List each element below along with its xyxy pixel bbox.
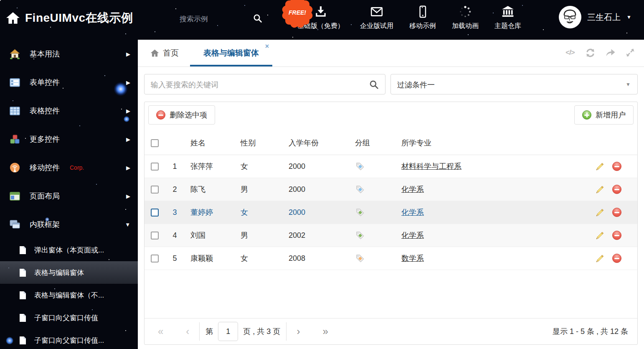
tag-icon <box>355 253 365 263</box>
first-page-button[interactable]: « <box>154 326 167 337</box>
prev-page-button[interactable]: ‹ <box>182 326 193 337</box>
cell-year: 2000 <box>284 185 349 194</box>
nav-theme-repo[interactable]: 主题仓库 <box>494 5 521 31</box>
row-checkbox[interactable] <box>151 209 159 217</box>
edit-button[interactable] <box>587 208 612 217</box>
col-header-major[interactable]: 所学专业 <box>397 138 587 148</box>
select-all-checkbox[interactable] <box>151 139 159 147</box>
minus-icon <box>612 231 621 240</box>
nav-mobile-demo[interactable]: 移动示例 <box>409 5 436 31</box>
delete-button[interactable] <box>612 208 636 217</box>
sidebar-item-iframe[interactable]: 内联框架 ▼ <box>0 210 138 239</box>
table-icon <box>9 105 20 117</box>
refresh-icon[interactable] <box>585 47 596 58</box>
sidebar-subitem-grid-edit-window[interactable]: 表格与编辑窗体 <box>0 261 138 284</box>
delete-button[interactable] <box>612 254 636 263</box>
cell-gender: 女 <box>236 161 284 171</box>
free-badge: FREE! <box>285 0 309 25</box>
major-link[interactable]: 材料科学与工程系 <box>401 161 461 171</box>
table-row[interactable]: 2 陈飞 男 2000 化学系 <box>145 178 637 201</box>
page-label-prefix: 第 <box>205 326 213 336</box>
tab-grid-edit-window[interactable]: 表格与编辑窗体 × <box>190 40 272 66</box>
sidebar-subitem-child-to-parent[interactable]: 子窗口向父窗口传值 <box>0 306 138 329</box>
grid-panel: 删除选中项 新增用户 姓名 性别 入学年份 分组 所学专业 1 张萍萍 <box>144 102 638 345</box>
header-search[interactable]: 搜索示例 <box>180 14 263 24</box>
keyword-search-input[interactable]: 输入要搜索的关键词 <box>144 74 385 94</box>
nav-enterprise-trial[interactable]: 企业版试用 <box>360 5 393 31</box>
pencil-icon <box>595 231 605 240</box>
search-icon[interactable] <box>253 13 263 23</box>
table-row[interactable]: 1 张萍萍 女 2000 材料科学与工程系 <box>145 155 637 178</box>
chevron-down-icon: ▼ <box>125 222 130 228</box>
tab-home[interactable]: 首页 <box>150 40 179 66</box>
major-link[interactable]: 化学系 <box>401 230 424 240</box>
file-icon <box>19 246 27 255</box>
cell-year: 2000 <box>284 162 349 171</box>
next-page-button[interactable]: › <box>292 326 304 337</box>
col-header-group[interactable]: 分组 <box>349 138 397 148</box>
col-header-name[interactable]: 姓名 <box>186 138 236 148</box>
sidebar-item-basic-usage[interactable]: 基本用法 ▶ <box>0 40 138 68</box>
home-icon <box>6 11 20 25</box>
delete-button[interactable] <box>612 162 636 171</box>
table-row-selected[interactable]: 3 董婷婷 女 2000 化学系 <box>145 201 637 224</box>
row-checkbox[interactable] <box>151 255 159 262</box>
header-search-placeholder: 搜索示例 <box>180 14 208 24</box>
filter-dropdown[interactable]: 过滤条件一 ▼ <box>390 74 638 94</box>
chevron-right-icon: ▶ <box>126 108 130 114</box>
edit-button[interactable] <box>587 254 612 263</box>
sidebar-subitem-child-to-parent-2[interactable]: 子窗口向父窗口传值... <box>0 329 138 349</box>
row-checkbox[interactable] <box>151 163 159 171</box>
row-number: 1 <box>163 162 186 171</box>
last-page-button[interactable]: » <box>318 326 332 337</box>
row-checkbox[interactable] <box>151 186 159 194</box>
nav-loading-animation[interactable]: 加载动画 <box>452 5 479 31</box>
major-link[interactable]: 化学系 <box>401 184 424 194</box>
sidebar-item-form-controls[interactable]: 表单控件 ▶ <box>0 68 138 97</box>
col-header-year[interactable]: 入学年份 <box>284 138 349 148</box>
major-link[interactable]: 化学系 <box>401 207 424 217</box>
sidebar-item-mobile-controls[interactable]: 移动控件 Corp. ▶ <box>0 153 138 182</box>
add-user-button[interactable]: 新增用户 <box>574 105 634 125</box>
delete-button[interactable] <box>612 231 636 240</box>
filter-selected-value: 过滤条件一 <box>397 80 435 90</box>
table-header-row: 姓名 性别 入学年份 分组 所学专业 <box>145 131 637 155</box>
spinner-icon <box>459 5 472 18</box>
page-number-input[interactable] <box>218 322 238 341</box>
minus-icon <box>156 110 165 120</box>
app-logo[interactable]: FineUIMvc在线示例 <box>6 10 133 26</box>
delete-selected-button[interactable]: 删除选中项 <box>148 105 215 125</box>
row-number: 4 <box>163 231 186 240</box>
search-placeholder: 输入要搜索的关键词 <box>151 80 218 90</box>
cell-name: 康颖颖 <box>186 253 236 263</box>
expand-icon[interactable] <box>625 47 636 58</box>
col-header-gender[interactable]: 性别 <box>236 138 284 148</box>
close-icon[interactable]: × <box>265 43 269 50</box>
sidebar-item-grid-controls[interactable]: 表格控件 ▶ <box>0 97 138 125</box>
share-icon[interactable] <box>605 47 616 58</box>
cell-year: 2002 <box>284 231 349 240</box>
sidebar-subitem-popup-window[interactable]: 弹出窗体（本页面或... <box>0 239 138 261</box>
major-link[interactable]: 数学系 <box>401 253 424 263</box>
sidebar-subitem-grid-edit-window-2[interactable]: 表格与编辑窗体（不... <box>0 284 138 306</box>
table-row[interactable]: 5 康颖颖 女 2008 数学系 <box>145 247 637 270</box>
username: 三生石上 <box>587 12 621 23</box>
table-row[interactable]: 4 刘国 男 2002 化学系 <box>145 224 637 247</box>
header-nav: 基础版（免费） 企业版试用 移动示例 加载动画 主题仓库 <box>297 5 521 31</box>
sidebar-item-more-controls[interactable]: 更多控件 ▶ <box>0 125 138 153</box>
delete-button[interactable] <box>612 185 636 194</box>
sidebar-item-page-layout[interactable]: 页面布局 ▶ <box>0 182 138 210</box>
antenna-icon <box>9 162 20 173</box>
user-menu[interactable]: 三生石上 ▼ <box>559 6 631 28</box>
row-checkbox[interactable] <box>151 232 159 239</box>
source-code-icon[interactable]: </> <box>565 47 576 58</box>
minus-icon <box>612 162 621 171</box>
edit-button[interactable] <box>587 231 612 240</box>
top-header: FineUIMvc在线示例 搜索示例 FREE! 基础版（免费） 企业版试用 移… <box>0 0 644 40</box>
edit-button[interactable] <box>587 162 612 171</box>
page-label-suffix: 页 , 共 3 页 <box>243 326 280 336</box>
search-icon[interactable] <box>369 79 379 90</box>
filter-row: 输入要搜索的关键词 过滤条件一 ▼ <box>144 74 638 94</box>
cell-name: 刘国 <box>186 230 236 240</box>
edit-button[interactable] <box>587 185 612 194</box>
